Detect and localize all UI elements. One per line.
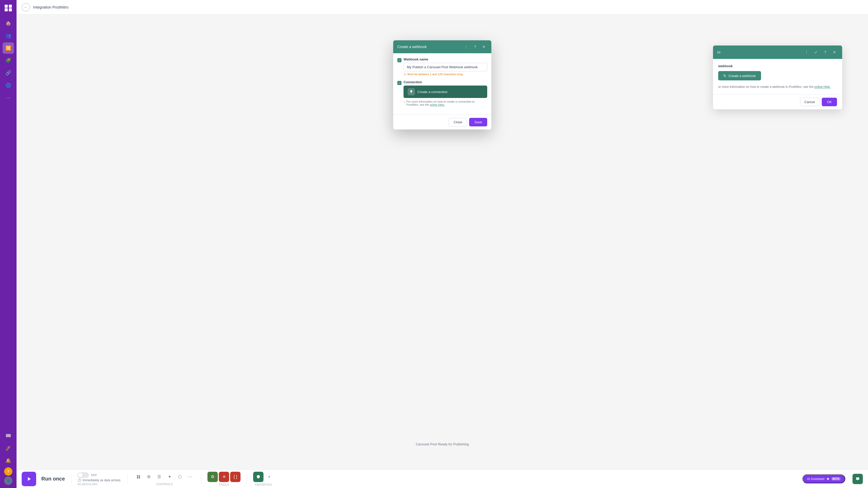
controls-icon-5[interactable]: ⬡ [175, 472, 184, 482]
puzzle-icon: 🧩 [5, 58, 11, 63]
controls-icon-more[interactable]: ⋯ [185, 472, 195, 482]
sidebar-item-global[interactable]: 🌐 [3, 80, 14, 91]
ai-assistant-label: AI Assistant [807, 477, 825, 481]
front-dialog-kebab-icon[interactable]: ⋮ [463, 44, 470, 50]
users-icon: 👥 [5, 33, 11, 38]
bg-dialog-help-link[interactable]: online Help. [814, 85, 831, 89]
tool-asterisk-icon[interactable]: ✳ [219, 472, 229, 482]
sidebar-item-notifications[interactable]: 🔔 [3, 455, 14, 466]
bg-dialog-ok-button[interactable]: OK [822, 98, 837, 106]
header: ← Integration PostNitro [17, 0, 868, 15]
controls-label: CONTROLS [156, 483, 173, 486]
svg-rect-0 [5, 5, 8, 8]
toggle-off-label: OFF [91, 473, 97, 477]
front-dialog-close-button[interactable]: Close [449, 118, 467, 126]
bg-dialog-footer: Cancel OK [713, 94, 842, 109]
sidebar-item-users[interactable]: 👥 [3, 30, 14, 41]
webhook-name-input[interactable] [404, 63, 487, 71]
bg-dialog-help-icon[interactable]: ? [822, 49, 829, 56]
back-arrow-icon: ← [24, 5, 28, 9]
svg-rect-6 [139, 475, 140, 477]
svg-marker-4 [28, 477, 31, 481]
tools-label: TOOLS [219, 483, 229, 486]
book-icon: 📖 [5, 433, 11, 439]
controls-icon-4[interactable]: ✦ [165, 472, 174, 482]
create-webhook-dialog: Create a webhook ⋮ ? ✕ ✓ Webhook name ⚠ … [393, 40, 491, 130]
favorites-label: FAVORITES [255, 483, 272, 486]
help-button[interactable]: ? [4, 467, 12, 476]
create-connection-button[interactable]: Create a connection [404, 86, 487, 98]
favorites-add-icon[interactable]: + [265, 472, 274, 482]
create-connection-label: Create a connection [417, 90, 447, 94]
share-icon: 🔀 [5, 45, 11, 51]
front-dialog-footer: Close Save [393, 115, 491, 130]
create-webhook-button[interactable]: ↻ Create a webhook [718, 71, 761, 80]
divider-2 [127, 474, 128, 484]
controls-icon-3[interactable]: ☰ [154, 472, 164, 482]
sidebar-bottom: 📖 🚀 🔔 ? 👤 [3, 430, 14, 485]
webhook-name-field-content: Webhook name ⚠ Must be between 1 and 128… [404, 57, 487, 76]
beta-badge: BETA [831, 477, 841, 481]
sidebar-item-home[interactable]: 🏠 [3, 18, 14, 29]
user-icon: 👤 [6, 479, 10, 483]
tool-bracket-icon[interactable]: [ ] [230, 472, 241, 482]
webhook-name-checkbox[interactable]: ✓ [397, 58, 401, 62]
favorite-posnitro-icon[interactable] [253, 472, 264, 482]
tools-group: ⚙ ✳ [ ] TOOLS [208, 472, 241, 486]
bg-dialog-body: webhook ↻ Create a webhook or more infor… [713, 59, 842, 94]
rocket-icon: 🚀 [5, 446, 11, 451]
connection-icon [408, 88, 415, 95]
svg-rect-5 [137, 475, 138, 477]
back-button[interactable]: ← [22, 3, 30, 11]
toggle-row: OFF [78, 472, 97, 478]
spinner-icon: ↻ [723, 74, 726, 78]
user-avatar[interactable]: 👤 [4, 477, 12, 485]
favorites-group: + FAVORITES [253, 472, 274, 486]
sidebar-item-integrations[interactable]: 🧩 [3, 55, 14, 66]
main-area: ← Integration PostNitro ro ⋮ ⤢ ? ✕ webho… [17, 0, 868, 488]
content-area: ro ⋮ ⤢ ? ✕ webhook ↻ Create a webhook or… [17, 15, 868, 469]
warning-icon: ⚠ [404, 73, 406, 76]
bg-dialog-help-text: or more information on how to create a w… [718, 85, 837, 89]
scheduling-description: 🕐 Immediately as data arrives. [78, 479, 121, 482]
sidebar-item-more[interactable]: ⋯ [3, 92, 14, 104]
scheduling-toggle[interactable] [78, 472, 89, 478]
controls-icon-2[interactable]: ⚙ [144, 472, 153, 482]
link-icon: 🔗 [5, 70, 11, 76]
bg-dialog-kebab-icon[interactable]: ⋮ [803, 49, 810, 56]
sidebar-item-docs[interactable]: 📖 [3, 430, 14, 441]
run-once-label: Run once [41, 476, 65, 482]
sidebar-item-connections[interactable]: 🔗 [3, 67, 14, 79]
front-dialog-save-button[interactable]: Save [469, 118, 487, 126]
help-circle-icon: ○ [404, 100, 405, 104]
connection-help-link[interactable]: online Help. [430, 103, 445, 106]
sidebar-item-share[interactable]: 🔀 [3, 42, 14, 54]
connection-checkbox[interactable]: ✓ [397, 81, 401, 85]
toggle-knob [78, 473, 83, 478]
app-logo[interactable] [4, 3, 13, 12]
controls-icon-1[interactable] [134, 472, 143, 482]
sidebar-item-launch[interactable]: 🚀 [3, 442, 14, 454]
connection-help: ○ For more information on how to create … [404, 100, 487, 106]
ai-assistant-button[interactable]: AI Assistant BETA [802, 474, 845, 483]
bg-dialog-close-icon[interactable]: ✕ [831, 49, 838, 56]
connection-label: Connection [404, 80, 487, 84]
bg-dialog-expand-icon[interactable]: ⤢ [812, 49, 819, 56]
more-icon: ⋯ [6, 95, 10, 101]
background-dialog: ro ⋮ ⤢ ? ✕ webhook ↻ Create a webhook or… [713, 46, 842, 109]
svg-rect-2 [5, 8, 8, 11]
connection-field-row: ✓ Connection Create a connection [397, 80, 487, 106]
clock-icon: 🕐 [78, 479, 82, 482]
front-dialog-close-icon[interactable]: ✕ [480, 44, 487, 50]
bell-icon: 🔔 [5, 458, 11, 463]
front-dialog-help-icon[interactable]: ? [472, 44, 478, 50]
tool-gear-icon[interactable]: ⚙ [208, 472, 218, 482]
bg-dialog-cancel-button[interactable]: Cancel [800, 98, 819, 106]
run-once-button[interactable] [22, 472, 36, 486]
scheduling-section-label: SCHEDULING [78, 483, 97, 486]
svg-rect-7 [137, 477, 138, 479]
bg-dialog-header: ro ⋮ ⤢ ? ✕ [713, 46, 842, 59]
front-dialog-title: Create a webhook [397, 45, 461, 49]
chat-button[interactable] [852, 474, 863, 484]
bg-dialog-title: ro [717, 50, 801, 54]
